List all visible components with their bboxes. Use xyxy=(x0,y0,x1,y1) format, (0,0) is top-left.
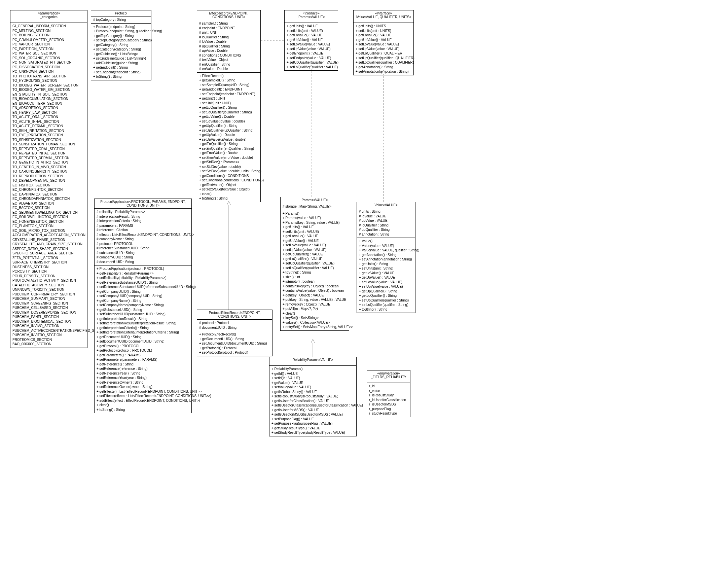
list-item: + setProtocol(protocol : Protocol) xyxy=(199,350,270,355)
list-item: + getUnits() : String xyxy=(359,262,413,267)
list-item: TO_SENSITIZATION_HUMAN_SECTION xyxy=(12,142,85,147)
list-item: # units : String xyxy=(359,209,413,214)
list-item: r_isRobustStudy xyxy=(369,393,408,398)
list-item: + setSampleID(sampleID : String) xyxy=(199,83,258,87)
list-item: + toString() : String xyxy=(283,270,347,275)
list-item: TO_ACUTE_ORAL_SECTION xyxy=(12,115,85,119)
list-item: PUBCHEM_CELLBASED_SECTION xyxy=(12,306,85,310)
list-item: TO_BIODEG_WATER_SIM_SECTION xyxy=(12,87,85,92)
list-item: + Params() xyxy=(283,211,347,216)
list-item: EN_BIOACCUMULATION_SECTION xyxy=(12,97,85,101)
list-item: + toString() : String xyxy=(199,196,258,201)
list-item: + setStudyResultType(studyResultType : V… xyxy=(271,430,354,435)
list-item: r_purposeFlag xyxy=(369,407,408,412)
list-item: + getInterpretationResult() : String xyxy=(97,317,189,321)
list-item: # loValue : Double xyxy=(199,39,258,44)
list-item: PC_MELTING_SECTION xyxy=(12,29,85,33)
list-item: # referenceSubstanceUUID : String xyxy=(97,246,189,251)
list-item: PUBCHEM_ACTIVECONCENTRATIONSPECIFIED_SEC… xyxy=(12,328,85,333)
list-item: EC_SEDIMENTDWELLINGTOX_SECTION xyxy=(12,210,85,215)
list-item: + setReferenceOwner(owner : String) xyxy=(97,385,189,389)
list-item: + setStdDev(value : double) xyxy=(199,165,258,169)
list-item: + setReferenceYear(year : String) xyxy=(97,376,189,380)
list-item: + setCompanyUUID(companyUUID : String) xyxy=(97,294,189,298)
list-item: r_isUsedforMSDS xyxy=(369,402,408,407)
list-item: TO_REPEATED_ORAL_SECTION xyxy=(12,147,85,151)
list-item: + setLoValue(value : VALUE) xyxy=(287,42,336,47)
list-item: + getAnnotation() : String xyxy=(356,65,411,70)
list-item: TO_PHOTOTRANS_AIR_SECTION xyxy=(12,74,85,79)
value-title: Value<VALUE> xyxy=(357,202,415,208)
list-item: TO_REPRODUCTION_SECTION xyxy=(12,174,85,179)
list-item: + setUpQualifier(qualifier : VALUE) xyxy=(287,60,336,65)
list-item: + putAll(m : Map<?, ?>) xyxy=(283,307,347,311)
list-item: + setEndpoint(value : VALUE) xyxy=(287,56,336,61)
list-item: + getDocumentUUID() : String xyxy=(97,335,189,340)
list-item: + keySet() : Set<String> xyxy=(283,316,347,320)
list-item: + setUnits(unit : VALUE) xyxy=(287,29,336,33)
list-item: + setUpValue(value : VALUE) xyxy=(356,47,411,51)
list-item: + toString() : String xyxy=(359,307,413,312)
list-item: PC_VAPOUR_SECTION xyxy=(12,42,85,47)
list-item: + setUnits(unit : UNITS) xyxy=(356,29,411,33)
list-item: # upValue : VALUE xyxy=(359,218,413,223)
list-item: PUBCHEM_DOSERESPONSE_SECTION xyxy=(12,310,85,315)
list-item: + setLoQualifier(qualifier : VALUE) xyxy=(283,266,347,271)
list-item: EC_CHRONFISHTOX_SECTION xyxy=(12,187,85,192)
list-item: + getProtocol() : Protocol xyxy=(199,346,270,351)
list-item: + setLoQualifier(qualifier : QUALIFIER) xyxy=(356,60,411,65)
list-item: EC_HONEYBEESTOX_SECTION xyxy=(12,219,85,224)
list-item: POROSITY_SECTION xyxy=(12,269,85,274)
list-item: + Protocol(endpoint : String) xyxy=(93,25,149,29)
list-item: + setProtocol(protocol : PROTOCOL) xyxy=(97,348,189,353)
list-item: PUBCHEM_PANEL_SECTION xyxy=(12,315,85,319)
list-item: TO_GENETIC_IN_VIVO_SECTION xyxy=(12,165,85,170)
list-item: + containsKey(key : Object) : boolean xyxy=(283,284,347,289)
list-item: + getUpValue() : VALUE xyxy=(356,38,411,42)
list-item: + getUnits() : VALUE xyxy=(287,24,336,29)
enum-categories-class: «enumeration» _categories GI_GENERAL_INF… xyxy=(10,10,87,348)
list-item: # topCategory : String xyxy=(93,17,149,22)
list-item: + Value(value : VALUE) xyxy=(359,244,413,248)
list-item: + getReferenceYear() : String xyxy=(97,371,189,376)
list-item: + getParameters() : PARAMS xyxy=(97,353,189,358)
list-item: + getReferenceOwner() : String xyxy=(97,380,189,385)
list-item: PC_NON_SATURATED_PH_SECTION xyxy=(12,60,85,65)
list-item: + setTextValue(textValue : Object) xyxy=(199,187,258,192)
list-item: EC_PLANTTOX_SECTION xyxy=(12,224,85,228)
protocol-class: Protocol # topCategory : String + Protoc… xyxy=(91,10,151,80)
list-item: + setUpValue(value : VALUE) xyxy=(359,284,413,289)
list-item: + getLoValue() : VALUE xyxy=(359,271,413,276)
list-item: r_isUsedforClassification xyxy=(369,398,408,402)
list-item: + setErrQualifier(errQualifier : String) xyxy=(199,146,258,151)
list-item: + setTopCategory(topCategory : String) xyxy=(93,38,149,43)
list-item: + getCompanyUUID() : String xyxy=(97,289,189,294)
list-item: + clear() xyxy=(283,311,347,316)
effect-record-title: EffectRecord<ENDPOINT, CONDITIONS, UNIT> xyxy=(197,10,260,20)
list-item: + setUnits(unit : String) xyxy=(359,266,413,271)
value-class: Value<VALUE> # units : String# loValue :… xyxy=(357,202,415,313)
list-item: + setIsUsedforMSDS(isUsedforMSDS : VALUE… xyxy=(271,412,354,417)
list-item: + containsValue(value : Object) : boolea… xyxy=(283,288,347,293)
list-item: + getUpValue() : VALUE xyxy=(287,38,336,42)
list-item: + getSampleID() : String xyxy=(199,78,258,83)
list-item: # companyUUID : String xyxy=(97,255,189,260)
list-item: + setEffects(effects : List<EffectRecord… xyxy=(97,394,189,398)
list-item: + toString() : String xyxy=(93,74,149,79)
list-item: + setDocumentUUID(documentUUID : String) xyxy=(97,339,189,344)
protocol-effect-record-title: ProtocolEffectRecord<ENDPOINT, CONDITION… xyxy=(197,310,272,320)
list-item: + setConditions(conditions : CONDITIONS) xyxy=(199,178,258,183)
list-item: + setReference(reference : String) xyxy=(97,366,189,371)
list-item: + setUpValue(upValue : double) xyxy=(199,137,258,142)
list-item: + getGuideline() : List<String> xyxy=(93,52,149,57)
params-class: Params<VALUE> # storage : Map<String, VA… xyxy=(280,197,349,331)
list-item: + getLoQualifier() : String xyxy=(199,105,258,110)
list-item: + setLoValue(value : VALUE) xyxy=(283,243,347,248)
list-item: TO_REPEATED_DERMAL_SECTION xyxy=(12,156,85,161)
list-item: + ProtocolApplication(protocol : PROTOCO… xyxy=(97,267,189,271)
params-title: Params<VALUE> xyxy=(281,197,349,203)
list-item: + getLoQualifier() : String xyxy=(359,293,413,298)
list-item: + getUpValue() : VALUE xyxy=(359,275,413,280)
list-item: + getEndpoint() : VALUE xyxy=(287,51,336,56)
list-item: # substanceUUID : String xyxy=(97,251,189,255)
